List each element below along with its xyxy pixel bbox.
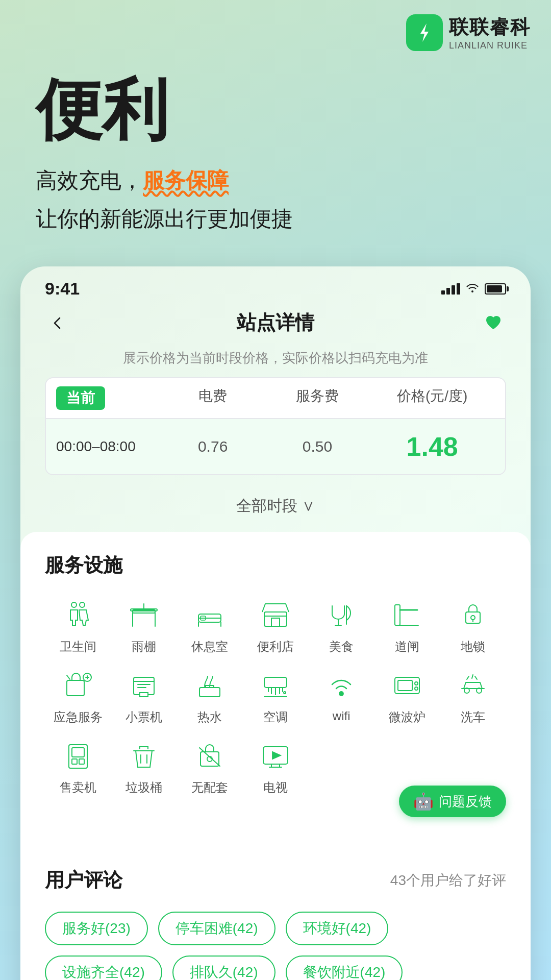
hero-sub1-prefix: 高效充电， <box>36 168 143 192</box>
header-current: 当前 <box>56 386 161 410</box>
service-item-ground-lock: 地锁 <box>440 597 506 655</box>
ground-lock-icon <box>455 597 491 633</box>
canopy-icon <box>126 597 162 633</box>
cell-total-price: 1.48 <box>369 431 495 462</box>
reviews-title: 用户评论 <box>45 867 122 893</box>
food-icon <box>323 597 360 633</box>
svg-point-17 <box>284 692 286 694</box>
service-item-microwave: 微波炉 <box>374 667 440 725</box>
cell-time-range: 00:00–08:00 <box>56 431 161 462</box>
review-tag-4[interactable]: 排队久(42) <box>172 955 276 980</box>
svg-rect-27 <box>72 759 77 764</box>
brand-text: 联联睿科 LIANLIAN RUIKE <box>449 14 531 51</box>
wifi-status-icon <box>465 282 480 296</box>
cell-electricity: 0.76 <box>161 431 265 462</box>
svg-rect-28 <box>79 759 84 764</box>
robot-icon: 🤖 <box>413 792 434 811</box>
svg-marker-32 <box>272 752 281 759</box>
service-label-restroom: 卫生间 <box>60 639 96 655</box>
feedback-button[interactable]: 🤖 问题反馈 <box>399 786 506 817</box>
vending-machine-icon <box>60 738 96 774</box>
price-table-row: 00:00–08:00 0.76 0.50 1.48 <box>46 418 505 474</box>
brand-name-cn: 联联睿科 <box>449 14 531 40</box>
hot-water-icon <box>191 667 228 704</box>
service-label-rest-room: 休息室 <box>191 639 228 655</box>
all-times-toggle[interactable]: 全部时段 ∨ <box>20 487 531 532</box>
svg-point-10 <box>471 616 475 620</box>
ac-icon <box>257 667 294 704</box>
service-label-canopy: 雨棚 <box>132 639 156 655</box>
cell-service: 0.50 <box>265 431 370 462</box>
current-badge: 当前 <box>56 386 105 410</box>
hero-big-text: 便利 <box>36 77 515 143</box>
service-item-vending-machine: 售卖机 <box>45 738 111 796</box>
trash-icon <box>126 738 162 774</box>
service-item-trash: 垃圾桶 <box>111 738 177 796</box>
service-label-emergency: 应急服务 <box>54 709 103 725</box>
service-item-tv: 电视 <box>242 738 308 796</box>
car-wash-icon <box>455 667 491 704</box>
service-label-car-wash: 洗车 <box>461 709 485 725</box>
top-bar: 联联睿科 LIANLIAN RUIKE <box>0 0 551 51</box>
review-tag-5[interactable]: 餐饮附近(42) <box>286 955 403 980</box>
svg-rect-20 <box>398 680 412 691</box>
svg-rect-26 <box>72 748 84 757</box>
back-button[interactable] <box>45 310 70 336</box>
brand-icon <box>406 14 443 51</box>
svg-point-22 <box>415 687 418 690</box>
hero-sub1-highlight: 服务保障 <box>143 168 229 192</box>
brand-name-en: LIANLIAN RUIKE <box>449 40 528 51</box>
svg-point-1 <box>71 602 77 607</box>
review-tag-3[interactable]: 设施齐全(42) <box>45 955 162 980</box>
nav-bar: 站点详情 <box>20 305 531 346</box>
svg-rect-11 <box>67 680 84 696</box>
price-table: 当前 电费 服务费 价格(元/度) 00:00–08:00 0.76 0.50 … <box>45 377 506 475</box>
service-item-no-kit: 无配套 <box>177 738 242 796</box>
status-bar: 9:41 <box>20 266 531 305</box>
service-item-restroom: 卫生间 <box>45 597 111 655</box>
status-time: 9:41 <box>45 279 80 299</box>
service-grid: 卫生间 雨棚 休息室 <box>45 597 506 796</box>
review-tag-1[interactable]: 停车困难(42) <box>158 912 276 945</box>
brand-logo: 联联睿科 LIANLIAN RUIKE <box>406 14 531 51</box>
review-tag-0[interactable]: 服务好(23) <box>45 912 148 945</box>
battery-icon <box>485 283 506 295</box>
review-tag-2[interactable]: 环境好(42) <box>286 912 389 945</box>
gate-icon <box>389 597 425 633</box>
svg-point-2 <box>80 602 85 607</box>
svg-rect-7 <box>264 612 287 626</box>
header-price: 价格(元/度) <box>369 386 495 410</box>
reviews-section: 用户评论 43个用户给了好评 服务好(23) 停车困难(42) 环境好(42) … <box>20 847 531 980</box>
header-service: 服务费 <box>265 386 370 410</box>
no-kit-icon <box>191 738 228 774</box>
service-label-vending-machine: 售卖机 <box>60 779 96 796</box>
svg-rect-29 <box>201 752 219 766</box>
phone-mockup: 9:41 <box>20 266 531 980</box>
grid-spacer <box>309 738 374 796</box>
service-item-ac: 空调 <box>242 667 308 725</box>
microwave-icon <box>389 667 425 704</box>
service-item-rest-room: 休息室 <box>177 597 242 655</box>
restroom-icon <box>60 597 96 633</box>
service-label-food: 美食 <box>329 639 354 655</box>
wifi-icon <box>323 667 360 704</box>
svg-point-18 <box>339 692 343 696</box>
svg-rect-13 <box>134 677 154 695</box>
service-item-receipt-machine: 小票机 <box>111 667 177 725</box>
header-electricity: 电费 <box>161 386 265 410</box>
feedback-label: 问题反馈 <box>439 793 492 811</box>
emergency-icon <box>60 667 96 704</box>
hero-section: 便利 高效充电，服务保障 让你的新能源出行更加便捷 <box>0 51 551 236</box>
price-notice: 展示价格为当前时段价格，实际价格以扫码充电为准 <box>20 346 531 377</box>
service-label-wifi: wifi <box>333 709 350 723</box>
phone-inner: 9:41 <box>20 266 531 980</box>
favorite-button[interactable] <box>481 310 506 336</box>
service-item-car-wash: 洗车 <box>440 667 506 725</box>
tv-icon <box>257 738 294 774</box>
svg-rect-8 <box>395 605 400 625</box>
service-label-ground-lock: 地锁 <box>461 639 485 655</box>
service-item-emergency: 应急服务 <box>45 667 111 725</box>
service-label-tv: 电视 <box>263 779 288 796</box>
service-item-gate: 道闸 <box>374 597 440 655</box>
svg-point-21 <box>415 682 418 685</box>
